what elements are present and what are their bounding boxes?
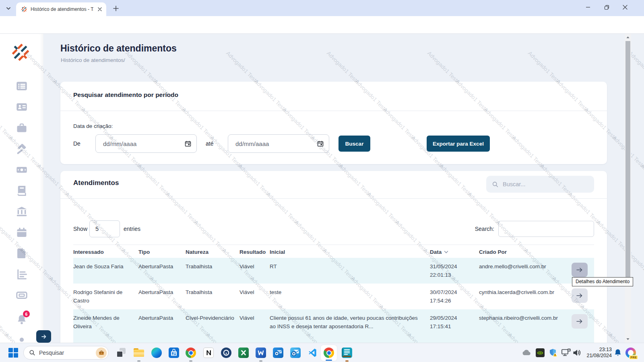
running-indicator (345, 360, 349, 362)
column-header[interactable]: Criado Por (479, 249, 572, 255)
card-divider (60, 198, 607, 199)
sidebar-item-money-icon[interactable] (16, 164, 28, 176)
sidebar-item-ticket-icon[interactable] (16, 289, 28, 301)
file-explorer-icon[interactable] (134, 348, 144, 358)
window-minimize-button[interactable] (579, 0, 597, 14)
sidebar-item-gavel-icon[interactable] (16, 143, 28, 155)
cell-criado-por: stephania.ribeiro@crivelli.com.br (479, 309, 572, 343)
copilot-icon[interactable]: PRE (625, 348, 636, 358)
table-search-label: Search: (466, 220, 494, 237)
column-header[interactable]: Interessado (73, 249, 138, 255)
vscode-icon[interactable] (308, 348, 318, 358)
sidebar-item-chart-icon[interactable] (16, 268, 28, 280)
table-row[interactable]: Jean de Souza Faria AberturaPasta Trabal… (73, 258, 594, 284)
sidebar-item-list-icon[interactable] (16, 80, 28, 92)
sidebar-item-document-icon[interactable] (16, 247, 28, 259)
taskbar-clock[interactable]: 23:13 21/08/2024 (581, 347, 612, 359)
sidebar-item-contacts-icon[interactable] (16, 101, 28, 113)
cell-tipo: AberturaPasta (138, 258, 186, 284)
table-row[interactable]: Zineide Mendes de Oliveira AberturaPasta… (73, 309, 594, 343)
notion-icon[interactable] (203, 348, 214, 358)
scrollbar-thumb[interactable] (625, 41, 630, 282)
new-tab-button[interactable] (111, 4, 121, 13)
export-excel-button[interactable]: Exportar para Excel (427, 136, 490, 152)
sidebar-item-briefcase-icon[interactable] (16, 122, 28, 134)
start-button-icon[interactable] (8, 348, 19, 358)
breadcrumb: Histórico de atendimentos/ (61, 57, 125, 63)
app-logo-icon[interactable] (11, 43, 30, 62)
cell-resultado: Viável (239, 309, 270, 343)
watermark-text: Advogado1 Teste (426, 50, 462, 85)
tab-search-button[interactable] (4, 4, 13, 13)
page-scrollbar[interactable] (625, 34, 631, 343)
excel-icon[interactable] (238, 348, 249, 358)
date-until-input[interactable] (228, 134, 329, 153)
table-row[interactable]: Rodrigo Stefanini de Castro AberturaPast… (73, 284, 594, 309)
cell-resultado: Viável (239, 284, 270, 309)
scroll-up-icon[interactable] (626, 36, 630, 39)
browser-tab[interactable]: Histórico de atendimentos - Tar (16, 2, 106, 16)
list-card-title: Atendimentos (73, 179, 119, 187)
cell-data: 31/05/202422:01:13 (430, 258, 479, 284)
nvidia-settings-icon[interactable] (536, 348, 546, 359)
outlook-new-icon[interactable] (290, 348, 301, 358)
tab-close-icon[interactable] (97, 6, 103, 12)
cell-inicial: Cliente possui 61 anos de idade, verteu … (270, 309, 430, 343)
notification-bell-icon[interactable] (613, 348, 624, 359)
search-button[interactable]: Buscar (339, 136, 370, 152)
network-icon[interactable] (561, 348, 572, 359)
task-view-icon[interactable] (116, 348, 126, 358)
row-details-button[interactable] (572, 288, 588, 303)
notification-count-badge: 6 (23, 311, 30, 317)
taskbar-search-box[interactable] (23, 346, 109, 360)
screen: { "browser": { "tab_title": "Histórico d… (0, 0, 644, 362)
cell-data: 30/07/202417:54:26 (430, 284, 479, 309)
period-card-title: Pesquisar atendimento por período (73, 91, 178, 99)
onepassword-icon[interactable] (221, 348, 231, 358)
table-search-input[interactable] (498, 221, 594, 237)
scroll-down-icon[interactable] (626, 337, 630, 341)
sidebar-item-book-icon[interactable] (16, 185, 28, 197)
atendimentos-card: Atendimentos Show entries Search: Intere… (60, 171, 607, 343)
column-header[interactable]: Resultado (239, 249, 270, 255)
window-close-button[interactable] (616, 0, 634, 14)
cell-data: 29/05/202417:15:41 (430, 309, 479, 343)
window-restore-button[interactable] (597, 0, 616, 14)
cell-inicial: RT (270, 258, 430, 284)
edge-icon[interactable] (151, 348, 162, 358)
row-details-button[interactable] (572, 314, 588, 329)
sidebar-item-profile-icon[interactable] (16, 336, 28, 343)
row-details-button[interactable] (572, 263, 588, 277)
search-highlight-briefcase-icon[interactable] (96, 348, 107, 358)
column-header-sorted[interactable]: Data (430, 249, 479, 255)
taskbar-search-input[interactable] (39, 350, 92, 356)
watermark-text: Advogado1 Teste (640, 162, 644, 198)
browser-tabstrip: Histórico de atendimentos - Tar (0, 0, 644, 16)
column-header[interactable]: Natureza (186, 249, 239, 255)
creation-date-label: Data de criação: (73, 123, 113, 129)
sidebar-item-calendar-icon[interactable] (16, 226, 28, 239)
microsoft-store-icon[interactable] (169, 348, 179, 358)
quick-search-box[interactable] (486, 176, 594, 193)
date-from-input[interactable] (95, 134, 197, 153)
chrome-active-icon[interactable] (324, 348, 334, 358)
word-icon[interactable] (256, 348, 266, 358)
cell-natureza: Trabalhista (186, 284, 239, 309)
column-header[interactable]: Tipo (138, 249, 186, 255)
date-until-label: até (206, 134, 213, 153)
running-indicator (259, 360, 262, 362)
sidebar-item-bank-icon[interactable] (16, 206, 28, 218)
outlook-classic-icon[interactable] (273, 348, 283, 358)
watermark-text: Advogado1 Teste (225, 50, 260, 85)
notepad-icon[interactable] (342, 348, 352, 358)
entries-count-input[interactable] (89, 220, 120, 237)
quick-search-input[interactable] (503, 181, 588, 187)
onedrive-cloud-icon[interactable] (522, 349, 532, 359)
clock-time: 23:13 (581, 347, 612, 353)
chrome-icon[interactable] (186, 348, 196, 358)
table-body: Jean de Souza Faria AberturaPasta Trabal… (73, 258, 594, 343)
sidebar-expand-button[interactable] (36, 330, 51, 343)
column-header[interactable]: Inicial (270, 249, 430, 255)
taskbar: 23:13 21/08/2024 PRE (0, 343, 644, 362)
windows-security-shield-icon[interactable] (549, 348, 559, 358)
